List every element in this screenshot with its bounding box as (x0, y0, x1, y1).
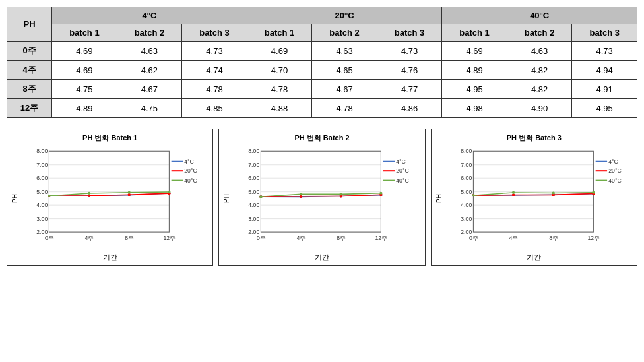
svg-text:4°C: 4°C (608, 158, 618, 165)
x-label-2: 기간 (435, 253, 633, 262)
cell-2-1: 4.67 (117, 80, 182, 99)
cell-0-1: 4.63 (117, 42, 182, 61)
cell-3-5: 4.86 (377, 99, 442, 118)
svg-text:3.00: 3.00 (461, 216, 472, 222)
y-label-1: PH (223, 146, 232, 251)
svg-text:4.00: 4.00 (36, 202, 48, 208)
y-label-2: PH (435, 146, 445, 251)
row-label-3: 12주 (7, 99, 52, 118)
svg-text:20°C: 20°C (608, 168, 621, 175)
svg-text:5.00: 5.00 (461, 189, 472, 195)
cell-0-3: 4.69 (247, 42, 312, 61)
svg-text:3.00: 3.00 (249, 216, 260, 222)
batch-header-7: batch 2 (507, 24, 572, 42)
svg-text:6.00: 6.00 (461, 175, 472, 182)
cell-1-2: 4.74 (182, 61, 247, 80)
svg-text:4주: 4주 (297, 235, 306, 242)
cell-3-0: 4.89 (52, 99, 117, 118)
svg-text:2.00: 2.00 (249, 229, 260, 235)
cell-1-6: 4.89 (442, 61, 507, 80)
batch-header-3: batch 1 (247, 24, 312, 42)
svg-point-66 (340, 193, 342, 195)
cell-1-5: 4.76 (377, 61, 442, 80)
cell-3-2: 4.85 (182, 99, 247, 118)
svg-text:8.00: 8.00 (36, 148, 48, 155)
chart-1: PH 변화 Batch 2PH2.003.004.005.006.007.008… (218, 129, 425, 266)
chart-title-2: PH 변화 Batch 3 (435, 133, 633, 143)
svg-point-98 (512, 194, 515, 196)
svg-text:5.00: 5.00 (36, 189, 48, 195)
svg-point-103 (552, 191, 554, 194)
svg-text:2.00: 2.00 (461, 229, 472, 235)
svg-text:20°C: 20°C (184, 168, 197, 175)
svg-text:0주: 0주 (469, 235, 478, 242)
svg-text:5.00: 5.00 (249, 189, 260, 195)
batch-header-4: batch 2 (312, 24, 377, 42)
chart-title-1: PH 변화 Batch 2 (223, 133, 420, 143)
table-row: 8주4.754.674.784.784.674.774.954.824.91 (7, 80, 637, 99)
svg-text:12주: 12주 (587, 235, 599, 242)
svg-text:7.00: 7.00 (249, 162, 260, 168)
svg-point-64 (260, 195, 263, 198)
cell-1-4: 4.65 (312, 61, 377, 80)
svg-text:20°C: 20°C (397, 168, 409, 175)
x-label-1: 기간 (223, 253, 420, 262)
batch-header-2: batch 3 (182, 24, 247, 42)
cell-3-3: 4.88 (247, 99, 312, 118)
batch-header-1: batch 2 (117, 24, 182, 42)
row-label-1: 4주 (7, 61, 52, 80)
svg-text:0주: 0주 (45, 235, 53, 242)
cell-2-7: 4.82 (507, 80, 572, 99)
charts-row: PH 변화 Batch 1PH2.003.004.005.006.007.008… (7, 129, 637, 266)
chart-2: PH 변화 Batch 3PH2.003.004.005.006.007.008… (431, 129, 637, 266)
svg-text:40°C: 40°C (184, 177, 197, 184)
batch-header-0: batch 1 (52, 24, 117, 42)
cell-2-8: 4.91 (572, 80, 637, 99)
svg-point-28 (88, 192, 90, 195)
svg-text:4.00: 4.00 (249, 202, 260, 208)
row-label-2: 8주 (7, 80, 52, 99)
temp-4c-header: 4°C (52, 7, 247, 24)
cell-2-3: 4.78 (247, 80, 312, 99)
table-row: 4주4.694.624.744.704.654.764.894.824.94 (7, 61, 637, 80)
svg-text:4°C: 4°C (184, 158, 194, 165)
svg-text:7.00: 7.00 (461, 162, 472, 168)
cell-3-4: 4.78 (312, 99, 377, 118)
ph-header: PH (7, 7, 52, 42)
svg-text:8주: 8주 (549, 235, 558, 242)
svg-text:4주: 4주 (509, 235, 517, 242)
cell-2-5: 4.77 (377, 80, 442, 99)
cell-0-6: 4.69 (442, 42, 507, 61)
svg-point-101 (472, 194, 474, 196)
svg-text:8주: 8주 (125, 235, 133, 242)
batch-header-6: batch 1 (442, 24, 507, 42)
cell-3-1: 4.75 (117, 99, 182, 118)
cell-2-4: 4.67 (312, 80, 377, 99)
cell-0-7: 4.63 (507, 42, 572, 61)
batch-header-8: batch 3 (572, 24, 637, 42)
svg-point-29 (128, 191, 131, 194)
cell-1-1: 4.62 (117, 61, 182, 80)
cell-1-3: 4.70 (247, 61, 312, 80)
svg-point-30 (168, 191, 170, 193)
svg-text:7.00: 7.00 (36, 162, 48, 168)
cell-3-6: 4.98 (442, 99, 507, 118)
chart-0: PH 변화 Batch 1PH2.003.004.005.006.007.008… (7, 129, 213, 266)
cell-0-2: 4.73 (182, 42, 247, 61)
cell-2-2: 4.78 (182, 80, 247, 99)
cell-2-6: 4.95 (442, 80, 507, 99)
svg-text:4.00: 4.00 (461, 202, 472, 208)
svg-text:8.00: 8.00 (249, 148, 260, 155)
svg-text:2.00: 2.00 (36, 229, 48, 235)
temp-40c-header: 40°C (442, 7, 637, 24)
svg-text:0주: 0주 (257, 235, 265, 242)
svg-text:12주: 12주 (163, 235, 175, 242)
chart-title-0: PH 변화 Batch 1 (11, 133, 209, 143)
svg-text:4°C: 4°C (397, 158, 406, 165)
cell-2-0: 4.75 (52, 80, 117, 99)
svg-text:6.00: 6.00 (36, 175, 48, 182)
cell-3-8: 4.95 (572, 99, 637, 118)
svg-text:4주: 4주 (85, 235, 94, 242)
svg-point-104 (592, 191, 595, 194)
cell-0-5: 4.73 (377, 42, 442, 61)
